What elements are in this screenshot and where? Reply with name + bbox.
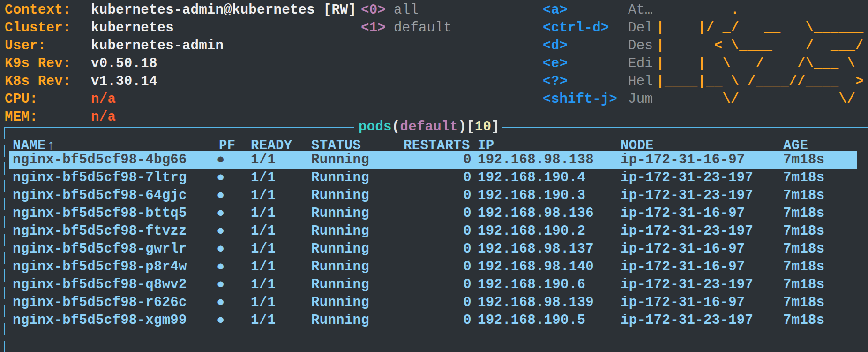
port-forward-icon: ● — [217, 222, 225, 240]
pod-ready: 1/1 — [251, 312, 276, 329]
k9s-rev-value: v0.50.18 — [91, 55, 157, 73]
table-row[interactable]: nginx-bf5d5cf98-64gjc ● 1/1 Running 0 19… — [0, 187, 868, 205]
pod-age: 7m18s — [783, 276, 825, 294]
pod-ip: 192.168.190.3 — [478, 187, 585, 205]
cpu-value: n/a — [91, 91, 116, 108]
title-close-paren: ) — [458, 119, 466, 135]
port-forward-icon: ● — [217, 187, 225, 205]
pod-ip: 192.168.98.139 — [478, 294, 594, 312]
pod-ready: 1/1 — [251, 276, 276, 294]
pod-ip: 192.168.98.137 — [478, 240, 594, 258]
context-value: kubernetes-admin@kubernetes [RW] — [91, 1, 357, 19]
pod-restarts: 0 — [446, 240, 471, 258]
port-forward-icon: ● — [217, 240, 225, 258]
pod-status: Running — [311, 294, 369, 312]
pod-age: 7m18s — [783, 169, 825, 187]
context-label: Context: — [5, 1, 71, 19]
pod-restarts: 0 — [446, 151, 471, 169]
pod-restarts: 0 — [446, 276, 471, 294]
pod-node: ip-172-31-16-97 — [621, 294, 745, 312]
pod-name: nginx-bf5d5cf98-64gjc — [13, 187, 187, 205]
user-value: kubernetes-admin — [91, 37, 224, 55]
pod-node: ip-172-31-23-197 — [621, 222, 753, 240]
k9s-logo-line-4: | | \ / /\___ \ — [656, 55, 855, 73]
mem-value: n/a — [91, 108, 116, 126]
pod-ready: 1/1 — [251, 294, 276, 312]
hotkey-key-describe[interactable]: <d> — [543, 37, 568, 55]
pod-status: Running — [311, 312, 369, 329]
table-row[interactable]: nginx-bf5d5cf98-4bg66 ● 1/1 Running 0 19… — [0, 151, 868, 169]
pod-restarts: 0 — [446, 258, 471, 276]
table-border-top-left — [5, 127, 354, 128]
pod-age: 7m18s — [783, 312, 825, 329]
pod-name: nginx-bf5d5cf98-q8wv2 — [13, 276, 187, 294]
pod-restarts: 0 — [446, 187, 471, 205]
pod-ready: 1/1 — [251, 205, 276, 222]
cluster-label: Cluster: — [5, 19, 71, 37]
pod-restarts: 0 — [446, 222, 471, 240]
pod-ready: 1/1 — [251, 240, 276, 258]
k9s-logo-line-2: | |/ _/ __ \______ — [656, 19, 864, 37]
pod-age: 7m18s — [783, 151, 825, 169]
port-forward-icon: ● — [217, 294, 225, 312]
pod-ip: 192.168.98.138 — [478, 151, 594, 169]
pod-ready: 1/1 — [251, 169, 276, 187]
pod-ready: 1/1 — [251, 222, 276, 240]
port-forward-icon: ● — [217, 312, 225, 329]
hotkey-desc-describe: Des — [628, 37, 653, 55]
table-row[interactable]: nginx-bf5d5cf98-q8wv2 ● 1/1 Running 0 19… — [0, 276, 868, 294]
k8s-rev-label: K8s Rev: — [5, 73, 71, 91]
hotkey-key-help[interactable]: <?> — [543, 73, 568, 91]
hotkey-key-delete[interactable]: <ctrl-d> — [543, 19, 609, 37]
pod-age: 7m18s — [783, 294, 825, 312]
pod-node: ip-172-31-23-197 — [621, 187, 753, 205]
pod-age: 7m18s — [783, 240, 825, 258]
pod-ready: 1/1 — [251, 151, 276, 169]
pod-name: nginx-bf5d5cf98-4bg66 — [13, 151, 187, 169]
pod-node: ip-172-31-16-97 — [621, 205, 745, 222]
pod-node: ip-172-31-16-97 — [621, 258, 745, 276]
pod-name: nginx-bf5d5cf98-7ltrg — [13, 169, 187, 187]
table-row[interactable]: nginx-bf5d5cf98-r626c ● 1/1 Running 0 19… — [0, 294, 868, 312]
hotkey-key-attach[interactable]: <a> — [543, 1, 568, 19]
hotkey-desc-attach: At… — [628, 1, 653, 19]
port-forward-icon: ● — [217, 276, 225, 294]
namespace-label-default[interactable]: default — [394, 19, 452, 37]
pod-status: Running — [311, 187, 369, 205]
pod-ready: 1/1 — [251, 258, 276, 276]
pod-status: Running — [311, 169, 369, 187]
hotkey-key-jump[interactable]: <shift-j> — [543, 91, 617, 108]
pod-ready: 1/1 — [251, 187, 276, 205]
table-row[interactable]: nginx-bf5d5cf98-xgm99 ● 1/1 Running 0 19… — [0, 312, 868, 329]
pod-status: Running — [311, 240, 369, 258]
title-close-bracket: ] — [491, 119, 500, 135]
pod-name: nginx-bf5d5cf98-xgm99 — [13, 312, 187, 329]
hotkey-desc-edit: Edi — [628, 55, 653, 73]
namespace-key-1[interactable]: <1> — [361, 19, 386, 37]
mem-label: MEM: — [5, 108, 38, 126]
k8s-rev-value: v1.30.14 — [91, 73, 157, 91]
pod-age: 7m18s — [783, 187, 825, 205]
pod-node: ip-172-31-23-197 — [621, 169, 753, 187]
port-forward-icon: ● — [217, 169, 225, 187]
pod-status: Running — [311, 205, 369, 222]
title-count: 10 — [475, 119, 491, 135]
table-row[interactable]: nginx-bf5d5cf98-gwrlr ● 1/1 Running 0 19… — [0, 240, 868, 258]
namespace-label-all[interactable]: all — [394, 1, 419, 19]
table-title: pods(default)[10] — [359, 118, 500, 136]
table-row[interactable]: nginx-bf5d5cf98-bttq5 ● 1/1 Running 0 19… — [0, 205, 868, 222]
k9s-logo-line-5: |____|__ \ /____//____ > — [656, 73, 864, 91]
pod-status: Running — [311, 222, 369, 240]
table-row[interactable]: nginx-bf5d5cf98-ftvzz ● 1/1 Running 0 19… — [0, 222, 868, 240]
port-forward-icon: ● — [217, 151, 225, 169]
hotkey-desc-delete: Del — [628, 19, 653, 37]
hotkey-key-edit[interactable]: <e> — [543, 55, 568, 73]
namespace-key-0[interactable]: <0> — [361, 1, 386, 19]
title-open-paren: ( — [392, 119, 400, 135]
hotkey-desc-jump: Jum — [628, 91, 653, 108]
table-row[interactable]: nginx-bf5d5cf98-p8r4w ● 1/1 Running 0 19… — [0, 258, 868, 276]
table-row[interactable]: nginx-bf5d5cf98-7ltrg ● 1/1 Running 0 19… — [0, 169, 868, 187]
k9s-logo-line-3: | < \____ / ___/ — [656, 37, 864, 55]
pod-age: 7m18s — [783, 222, 825, 240]
pod-ip: 192.168.98.140 — [478, 258, 594, 276]
